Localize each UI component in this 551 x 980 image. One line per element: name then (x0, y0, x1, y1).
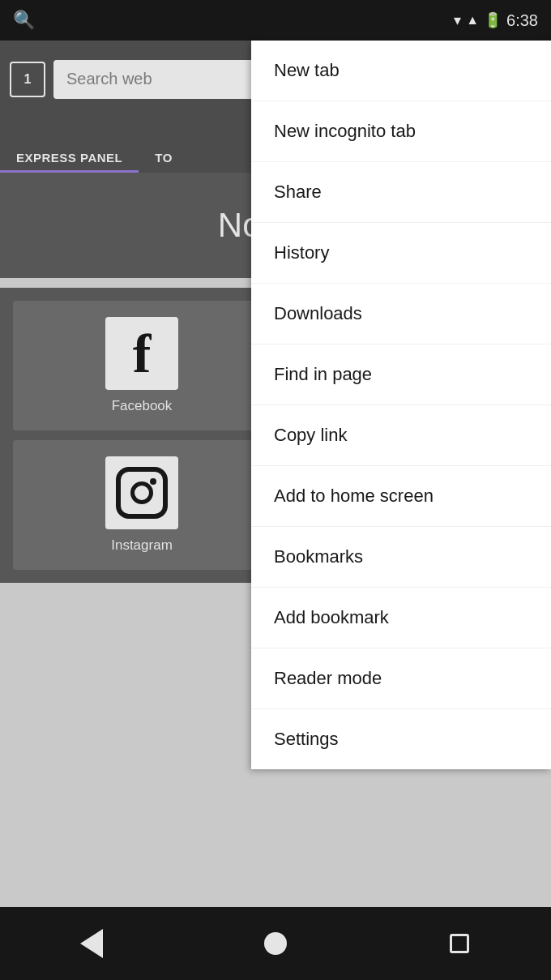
menu-new-tab[interactable]: New tab (251, 41, 551, 101)
menu-add-to-home-screen[interactable]: Add to home screen (251, 466, 551, 527)
menu-downloads[interactable]: Downloads (251, 284, 551, 344)
menu-copy-link[interactable]: Copy link (251, 405, 551, 466)
menu-bookmarks[interactable]: Bookmarks (251, 527, 551, 588)
context-menu: New tab New incognito tab Share History … (251, 41, 551, 769)
menu-history[interactable]: History (251, 223, 551, 284)
menu-reader-mode[interactable]: Reader mode (251, 648, 551, 709)
menu-settings[interactable]: Settings (251, 709, 551, 769)
menu-find-in-page[interactable]: Find in page (251, 344, 551, 405)
menu-add-bookmark[interactable]: Add bookmark (251, 588, 551, 648)
menu-share[interactable]: Share (251, 162, 551, 223)
menu-new-incognito-tab[interactable]: New incognito tab (251, 101, 551, 162)
